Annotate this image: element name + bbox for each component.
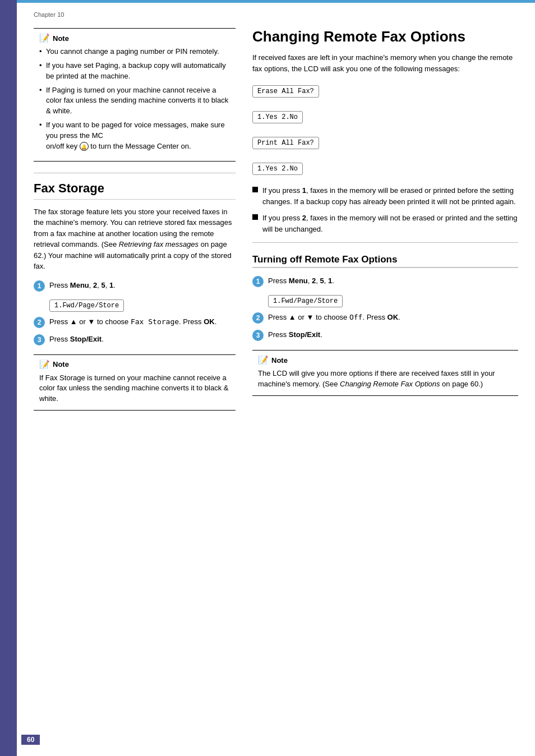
turning-off-note-text: The LCD will give you more options if th…	[258, 368, 513, 390]
fax-storage-section: Fax Storage The fax storage feature lets…	[34, 181, 236, 411]
note-item-2: If you have set Paging, a backup copy wi…	[39, 61, 230, 82]
top-note-box: 📝 Note You cannot change a paging number…	[34, 28, 236, 162]
off-step-3: 3 Press Stop/Exit.	[252, 329, 518, 341]
fax-step-3-text: Press Stop/Exit.	[49, 334, 236, 345]
turning-off-note-label: Note	[271, 356, 288, 365]
fax-step-3: 3 Press Stop/Exit.	[34, 334, 236, 345]
fax-note-icon: 📝	[39, 359, 50, 370]
off-step-1-text: Press Menu, 2, 5, 1.	[268, 275, 518, 287]
fax-storage-title: Fax Storage	[34, 181, 236, 200]
turning-off-divider	[252, 267, 518, 268]
off-step-2: 2 Press ▲ or ▼ to choose Off. Press OK.	[252, 312, 518, 324]
lcd-print-all: Print All Fax?	[252, 137, 319, 149]
off-step-3-text: Press Stop/Exit.	[268, 329, 518, 340]
chapter-label: Chapter 10	[34, 11, 518, 18]
bullet-square-2	[252, 214, 258, 220]
note-item-4: If you want to be paged for voice messag…	[39, 120, 230, 152]
right-divider	[252, 242, 518, 243]
lcd-block-print: Print All Fax?	[252, 133, 518, 154]
fax-note-label: Note	[53, 360, 69, 368]
off-step-2-text: Press ▲ or ▼ to choose Off. Press OK.	[268, 312, 518, 323]
note-item-4-inline: on/off key 🔔 to turn the Message Center …	[46, 142, 191, 150]
note-icon: 📝	[39, 33, 50, 43]
fax-storage-body: The fax storage feature lets you store y…	[34, 206, 236, 272]
bullet-2-text: If you press 2, faxes in the memory will…	[262, 213, 518, 234]
turning-off-title: Turning off Remote Fax Options	[252, 254, 518, 268]
page-number: 60	[21, 735, 40, 745]
bullet-2: If you press 2, faxes in the memory will…	[252, 213, 518, 234]
lcd-block-yes-no-1: 1.Yes 2.No	[252, 108, 518, 128]
turning-off-note-icon: 📝	[258, 355, 269, 365]
note-title: 📝 Note	[39, 33, 230, 43]
off-step-3-circle: 3	[252, 330, 264, 341]
mc-icon: 🔔	[80, 142, 89, 151]
note-label: Note	[53, 34, 69, 43]
turning-off-italic: Changing Remote Fax Options	[340, 380, 440, 388]
left-sidebar	[0, 0, 17, 756]
changing-remote-bullets: If you press 1, faxes in the memory will…	[252, 185, 518, 234]
lcd-erase-all: Erase All Fax?	[252, 85, 319, 98]
note-item-4-text: If you want to be paged for voice messag…	[46, 121, 225, 140]
changing-remote-body: If received faxes are left in your machi…	[252, 52, 518, 74]
off-step-1: 1 Press Menu, 2, 5, 1.	[252, 275, 518, 287]
section-divider-1	[34, 173, 236, 173]
changing-remote-title: Changing Remote Fax Options	[252, 28, 518, 45]
fax-step-1: 1 Press Menu, 2, 5, 1.	[34, 280, 236, 292]
fax-storage-note-box: 📝 Note If Fax Storage is turned on your …	[34, 354, 236, 411]
fax-step-2-text: Press ▲ or ▼ to choose Fax Storage. Pres…	[49, 316, 236, 328]
off-step-1-circle: 1	[252, 276, 264, 287]
left-column: 📝 Note You cannot change a paging number…	[34, 28, 236, 411]
lcd-block-yes-no-2: 1.Yes 2.No	[252, 159, 518, 179]
note-item-3: If Paging is turned on your machine cann…	[39, 85, 230, 117]
fax-storage-italic: Retrieving fax messages	[119, 240, 199, 248]
turning-off-note-title: 📝 Note	[258, 355, 513, 365]
fax-step-1-text: Press Menu, 2, 5, 1.	[49, 280, 236, 291]
bullet-1: If you press 1, faxes in the memory will…	[252, 185, 518, 207]
top-blue-bar	[17, 0, 535, 3]
note-list: You cannot change a paging number or PIN…	[39, 47, 230, 152]
lcd-yes-no-2: 1.Yes 2.No	[252, 163, 303, 175]
bullet-square-1	[252, 187, 258, 192]
lcd-block-erase: Erase All Fax?	[252, 82, 518, 102]
fax-storage-note-text: If Fax Storage is turned on your machine…	[39, 373, 230, 405]
off-step-1-lcd: 1.Fwd/Page/Store	[268, 295, 343, 307]
off-step-2-circle: 2	[252, 312, 264, 324]
fax-storage-note-title: 📝 Note	[39, 359, 230, 370]
bullet-1-text: If you press 1, faxes in the memory will…	[262, 185, 518, 207]
note-item-1: You cannot change a paging number or PIN…	[39, 47, 230, 57]
fax-step-1-lcd: 1.Fwd/Page/Store	[49, 299, 124, 312]
fax-step-3-circle: 3	[34, 334, 45, 345]
fax-step-2: 2 Press ▲ or ▼ to choose Fax Storage. Pr…	[34, 316, 236, 328]
lcd-yes-no-1: 1.Yes 2.No	[252, 111, 303, 123]
fax-step-2-circle: 2	[34, 317, 45, 328]
fax-step-1-circle: 1	[34, 280, 45, 292]
right-column: Changing Remote Fax Options If received …	[252, 28, 518, 411]
turning-off-note-box: 📝 Note The LCD will give you more option…	[252, 350, 518, 396]
